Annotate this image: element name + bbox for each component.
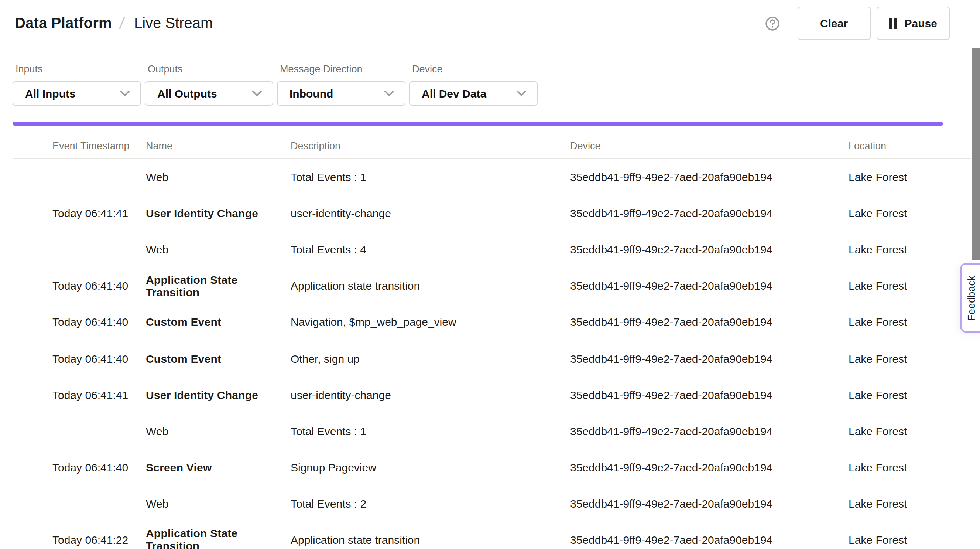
table-header: Event Timestamp Name Description Device … [0,133,971,158]
event-location-cell: Lake Forest [848,388,971,401]
event-location-cell: Lake Forest [848,207,971,219]
event-location-cell: Lake Forest [848,171,971,183]
message-direction-dropdown[interactable]: Inbound [277,81,406,106]
breadcrumb: Data Platform / Live Stream [15,14,213,33]
filter-bar: Inputs All Inputs Outputs All Outputs Me… [13,47,538,106]
table-row[interactable]: Today 06:41:40 Application State Transit… [0,268,971,304]
event-device-cell: 35eddb41-9ff9-49e2-7aed-20afa90eb194 [570,243,848,256]
event-description-cell: user-identity-change [291,388,570,401]
event-device-cell: 35eddb41-9ff9-49e2-7aed-20afa90eb194 [570,497,848,510]
table-row[interactable]: Today 06:41:40 Custom Event Navigation, … [0,304,971,340]
inputs-dropdown-value: All Inputs [25,87,76,100]
inputs-dropdown[interactable]: All Inputs [13,81,141,106]
event-timestamp-cell: Today 06:41:40 [52,461,146,474]
pause-button-label: Pause [905,17,937,30]
event-name-cell: Web [146,171,291,183]
breadcrumb-separator: / [119,14,126,33]
column-header-location: Location [848,140,971,151]
breadcrumb-data-platform[interactable]: Data Platform [15,15,112,32]
event-device-cell: 35eddb41-9ff9-49e2-7aed-20afa90eb194 [570,171,848,183]
event-name-cell: Web [146,243,291,256]
event-timestamp-cell: Today 06:41:40 [52,352,146,365]
filter-device: Device All Dev Data [409,47,538,106]
column-header-device: Device [570,140,848,151]
event-description-cell: Total Events : 2 [291,497,570,510]
event-description-cell: Total Events : 1 [291,425,570,437]
event-device-cell: 35eddb41-9ff9-49e2-7aed-20afa90eb194 [570,533,848,546]
page-header: Data Platform / Live Stream Clear Pause [0,0,980,47]
column-header-description: Description [291,140,570,151]
column-header-timestamp: Event Timestamp [52,140,146,151]
table-row[interactable]: Today 06:41:41 User Identity Change user… [0,377,971,413]
event-location-cell: Lake Forest [848,316,971,329]
chevron-down-icon [384,90,395,97]
feedback-tab[interactable]: Feedback [960,263,980,332]
help-icon[interactable] [765,16,780,31]
clear-button-label: Clear [820,17,848,30]
event-name-cell: Custom Event [146,316,291,329]
event-description-cell: Application state transition [291,280,570,292]
filter-message-direction-label: Message Direction [280,64,406,75]
event-description-cell: Total Events : 4 [291,243,570,256]
device-dropdown[interactable]: All Dev Data [409,81,538,106]
event-name-cell: Screen View [146,461,291,474]
event-device-cell: 35eddb41-9ff9-49e2-7aed-20afa90eb194 [570,207,848,219]
event-device-cell: 35eddb41-9ff9-49e2-7aed-20afa90eb194 [570,280,848,292]
message-direction-dropdown-value: Inbound [290,87,333,100]
page-title: Live Stream [134,15,213,32]
event-timestamp-cell: Today 06:41:41 [52,388,146,401]
event-description-cell: Signup Pageview [291,461,570,474]
event-location-cell: Lake Forest [848,461,971,474]
device-dropdown-value: All Dev Data [422,87,486,100]
chevron-down-icon [119,90,130,97]
event-name-cell: User Identity Change [146,388,291,401]
event-description-cell: Other, sign up [291,352,570,365]
event-location-cell: Lake Forest [848,533,971,546]
column-header-name: Name [146,140,291,151]
table-row[interactable]: Web Total Events : 1 35eddb41-9ff9-49e2-… [0,413,971,449]
table-row[interactable]: Today 06:41:40 Screen View Signup Pagevi… [0,449,971,485]
table-row[interactable]: Web Total Events : 4 35eddb41-9ff9-49e2-… [0,231,971,268]
table-row[interactable]: Today 06:41:22 Application State Transit… [0,522,971,549]
event-description-cell: Application state transition [291,533,570,546]
event-name-cell: Web [146,497,291,510]
pause-icon [889,18,897,29]
event-description-cell: Total Events : 1 [291,171,570,183]
chevron-down-icon [516,90,527,97]
table-row[interactable]: Today 06:41:40 Custom Event Other, sign … [0,340,971,377]
filter-device-label: Device [412,64,538,75]
event-timestamp-cell: Today 06:41:22 [52,533,146,546]
vertical-scrollbar-thumb[interactable] [972,48,980,260]
event-name-cell: Application State Transition [146,527,291,549]
pause-button[interactable]: Pause [877,6,950,40]
event-name-cell: Application State Transition [146,273,291,298]
filter-inputs-label: Inputs [16,64,141,75]
event-timestamp-cell: Today 06:41:40 [52,316,146,329]
event-location-cell: Lake Forest [848,425,971,437]
event-timestamp-cell: Today 06:41:40 [52,280,146,292]
filter-message-direction: Message Direction Inbound [277,47,406,106]
event-name-cell: User Identity Change [146,207,291,219]
event-description-cell: user-identity-change [291,207,570,219]
outputs-dropdown-value: All Outputs [157,87,217,100]
event-timestamp-cell: Today 06:41:41 [52,207,146,219]
filter-outputs: Outputs All Outputs [145,47,273,106]
live-stream-page: Data Platform / Live Stream Clear Pause [0,0,980,549]
filter-outputs-label: Outputs [148,64,273,75]
table-row[interactable]: Web Total Events : 1 35eddb41-9ff9-49e2-… [0,159,971,195]
feedback-tab-label: Feedback [966,275,977,320]
event-description-cell: Navigation, $mp_web_page_view [291,316,570,329]
header-actions: Clear Pause [765,6,950,40]
live-stream-progress-bar [13,122,943,126]
table-row[interactable]: Today 06:41:41 User Identity Change user… [0,195,971,231]
event-device-cell: 35eddb41-9ff9-49e2-7aed-20afa90eb194 [570,388,848,401]
event-name-cell: Custom Event [146,352,291,365]
outputs-dropdown[interactable]: All Outputs [145,81,273,106]
event-location-cell: Lake Forest [848,243,971,256]
clear-button[interactable]: Clear [798,6,871,40]
event-device-cell: 35eddb41-9ff9-49e2-7aed-20afa90eb194 [570,316,848,329]
filter-inputs: Inputs All Inputs [13,47,141,106]
event-device-cell: 35eddb41-9ff9-49e2-7aed-20afa90eb194 [570,461,848,474]
event-location-cell: Lake Forest [848,280,971,292]
table-row[interactable]: Web Total Events : 2 35eddb41-9ff9-49e2-… [0,485,971,522]
